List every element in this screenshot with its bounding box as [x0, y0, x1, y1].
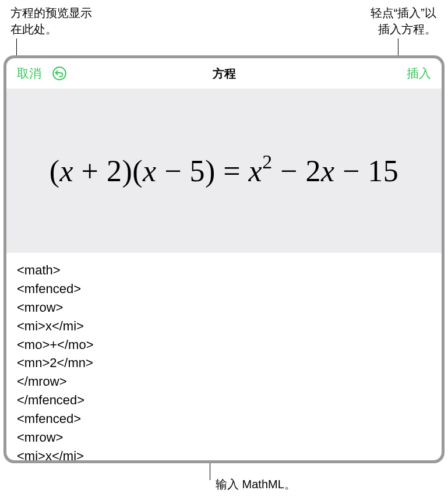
- screen: 取消 方程 插入 (x + 2)(x − 5) = x2 − 2x − 15 <…: [6, 58, 442, 460]
- device-frame: 取消 方程 插入 (x + 2)(x − 5) = x2 − 2x − 15 <…: [3, 55, 445, 463]
- undo-icon[interactable]: [52, 66, 67, 81]
- toolbar: 取消 方程 插入: [6, 58, 442, 89]
- callout-mathml: 输入 MathML。: [216, 476, 296, 492]
- callout-insert: 轻点“插入”以 插入方程。: [371, 5, 436, 37]
- svg-point-0: [53, 67, 66, 80]
- toolbar-left: 取消: [17, 65, 67, 82]
- cancel-button[interactable]: 取消: [17, 65, 41, 82]
- dialog-title: 方程: [213, 66, 236, 82]
- insert-button[interactable]: 插入: [407, 65, 431, 82]
- equation-preview-area: (x + 2)(x − 5) = x2 − 2x − 15: [6, 89, 442, 253]
- callout-mathml-text: 输入 MathML。: [216, 478, 296, 491]
- callout-insert-text: 轻点“插入”以 插入方程。: [371, 6, 436, 36]
- equation-preview: (x + 2)(x − 5) = x2 − 2x − 15: [50, 153, 399, 188]
- callout-preview-text: 方程的预览显示 在此处。: [10, 6, 92, 36]
- mathml-input[interactable]: <math> <mfenced> <mrow> <mi>x</mi> <mo>+…: [6, 253, 442, 460]
- callout-preview: 方程的预览显示 在此处。: [10, 5, 92, 37]
